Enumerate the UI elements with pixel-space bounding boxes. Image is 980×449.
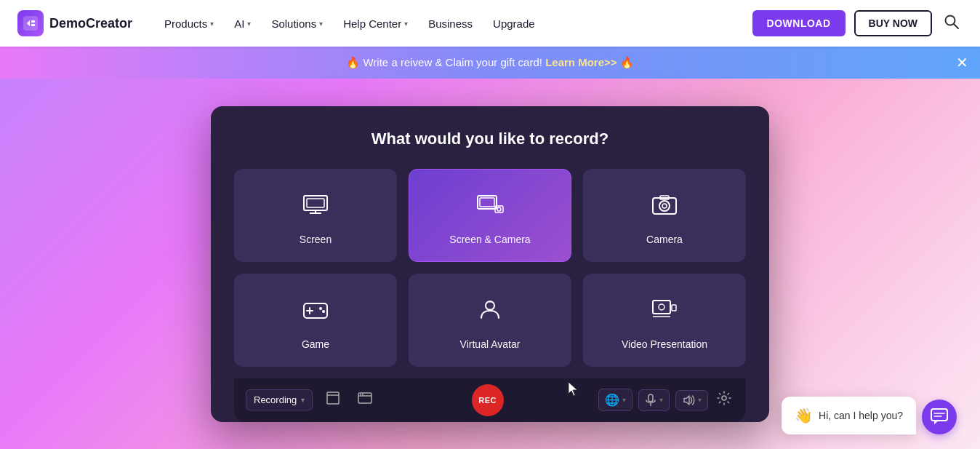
svg-point-14 (659, 201, 670, 211)
svg-point-25 (659, 304, 664, 310)
window-icon (358, 391, 372, 405)
mic-chevron-icon: ▾ (659, 396, 663, 404)
settings-button[interactable] (714, 388, 734, 412)
nav-solutions[interactable]: Solutions ▾ (262, 12, 332, 36)
nav-help-center[interactable]: Help Center ▾ (334, 12, 417, 36)
speaker-chevron-icon: ▾ (698, 396, 702, 404)
svg-rect-8 (307, 199, 324, 207)
download-button[interactable]: DOWNLOAD (752, 10, 846, 36)
logo-link[interactable]: DemoCreator (17, 10, 132, 36)
settings-icon (717, 391, 731, 405)
svg-rect-23 (486, 302, 494, 309)
logo-icon (17, 10, 44, 36)
svg-rect-0 (23, 16, 38, 31)
virtual-avatar-icon (475, 295, 505, 330)
logo-text: DemoCreator (49, 16, 132, 31)
screen-camera-label: Screen & Camera (449, 234, 530, 245)
promo-banner: 🔥 Write a reivew & Claim your gift card!… (0, 47, 980, 79)
dropdown-chevron-icon: ▾ (301, 396, 305, 404)
banner-main-text: Write a reivew & Claim your gift card! (363, 56, 545, 68)
nav-upgrade[interactable]: Upgrade (484, 12, 544, 36)
nav-help-label: Help Center (343, 17, 401, 30)
nav-products-label: Products (164, 17, 207, 30)
nav-business-label: Business (428, 17, 473, 30)
speaker-icon (682, 394, 695, 406)
screen-icon (301, 190, 330, 225)
camera-label: Camera (646, 234, 683, 245)
screen-camera-icon (475, 190, 505, 225)
camera-card[interactable]: Camera (583, 169, 746, 262)
game-label: Game (302, 338, 329, 350)
banner-close-button[interactable]: ✕ (956, 54, 968, 71)
main-content: What would you like to record? Screen (0, 79, 980, 449)
video-presentation-icon (650, 295, 679, 330)
banner-learn-more[interactable]: Learn More>> (545, 56, 616, 68)
help-chevron-icon: ▾ (404, 20, 408, 28)
chat-text: Hi, can I help you? (819, 410, 903, 421)
chat-icon (930, 408, 949, 426)
svg-rect-10 (480, 198, 494, 207)
game-card[interactable]: Game (234, 274, 397, 367)
virtual-avatar-card[interactable]: Virtual Avatar (409, 274, 571, 367)
globe-chevron-icon: ▾ (622, 396, 626, 404)
game-icon (301, 295, 330, 330)
recorder-title: What would you like to record? (234, 130, 746, 148)
globe-icon: 🌐 (605, 393, 619, 407)
solutions-chevron-icon: ▾ (319, 20, 323, 28)
video-presentation-card[interactable]: Video Presentation (583, 274, 746, 367)
nav-ai[interactable]: AI ▾ (225, 12, 260, 36)
search-icon (944, 14, 960, 30)
recorder-modal: What would you like to record? Screen (211, 106, 769, 422)
svg-rect-34 (648, 394, 653, 402)
banner-text: 🔥 Write a reivew & Claim your gift card!… (346, 56, 633, 69)
svg-point-12 (497, 207, 501, 211)
rec-button[interactable]: REC (472, 384, 504, 416)
toolbar: Recording ▾ REC (234, 378, 746, 422)
recording-mode-dropdown[interactable]: Recording ▾ (246, 389, 313, 410)
chat-open-button[interactable] (922, 400, 957, 434)
nav-upgrade-label: Upgrade (493, 17, 535, 30)
nav-solutions-label: Solutions (271, 17, 316, 30)
microphone-icon (645, 394, 656, 407)
screen-card[interactable]: Screen (234, 169, 397, 262)
globe-control[interactable]: 🌐 ▾ (598, 389, 632, 411)
svg-point-15 (662, 204, 667, 208)
svg-rect-28 (327, 392, 339, 404)
svg-rect-26 (672, 305, 676, 311)
recording-mode-label: Recording (254, 394, 297, 405)
chat-emoji: 👋 (795, 407, 813, 424)
products-chevron-icon: ▾ (210, 20, 214, 28)
chat-bubble: 👋 Hi, can I help you? (782, 397, 916, 434)
banner-emoji-left: 🔥 (346, 56, 360, 68)
toolbar-right: 🌐 ▾ ▾ ▾ (598, 388, 734, 412)
svg-rect-1 (31, 20, 35, 23)
video-presentation-label: Video Presentation (622, 338, 707, 350)
screen-label: Screen (300, 234, 332, 245)
svg-rect-2 (31, 24, 35, 26)
search-button[interactable] (941, 11, 963, 36)
svg-point-36 (722, 396, 726, 400)
ai-chevron-icon: ▾ (247, 20, 251, 28)
nav-items: Products ▾ AI ▾ Solutions ▾ Help Center … (156, 12, 752, 36)
virtual-avatar-label: Virtual Avatar (460, 338, 521, 350)
svg-line-4 (954, 24, 958, 28)
screen-camera-card[interactable]: Screen & Camera (409, 169, 571, 262)
fullscreen-icon-btn[interactable] (321, 388, 345, 412)
banner-emoji-right: 🔥 (620, 56, 634, 68)
svg-rect-5 (304, 196, 327, 210)
nav-products[interactable]: Products ▾ (156, 12, 222, 36)
nav-right: DOWNLOAD BUY NOW (752, 10, 963, 36)
camera-icon (650, 190, 679, 225)
speaker-control[interactable]: ▾ (675, 390, 708, 410)
fullscreen-icon (326, 391, 340, 405)
nav-business[interactable]: Business (419, 12, 481, 36)
chat-widget: 👋 Hi, can I help you? (782, 397, 957, 434)
recording-grid: Screen Screen & Camera (234, 169, 746, 367)
microphone-control[interactable]: ▾ (638, 389, 670, 411)
svg-point-21 (322, 310, 325, 313)
svg-rect-37 (931, 409, 947, 421)
svg-point-20 (319, 307, 322, 310)
buy-button[interactable]: BUY NOW (854, 10, 932, 36)
svg-rect-24 (653, 301, 670, 314)
window-icon-btn[interactable] (353, 388, 377, 412)
